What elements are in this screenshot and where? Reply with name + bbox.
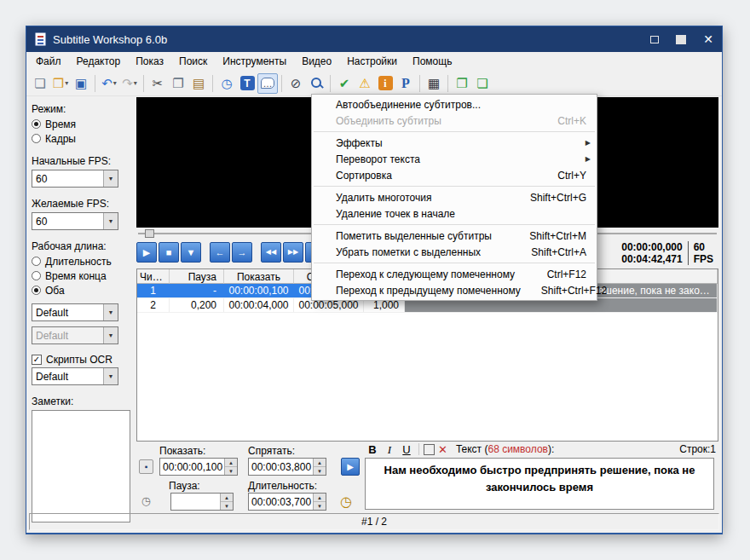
spin-down-icon[interactable]: ▼ [314,502,326,510]
input-fps-combo[interactable]: 60 ▼ [32,170,118,188]
information-errors-button[interactable]: ⚠ [355,73,375,94]
dropdown-arrow-icon[interactable]: ▼ [103,170,118,187]
next-subtitle-button[interactable]: → [232,242,252,263]
translation-off-button[interactable]: ⊘ [286,73,306,94]
pascal-script-button[interactable]: P [395,73,416,94]
menu-item-remove-ellipses[interactable]: Удалить многоточия Shift+Ctrl+G [312,189,597,205]
notes-textarea[interactable] [32,410,130,522]
pause-clock-button[interactable]: ◷ [139,494,153,508]
dropdown-arrow-icon[interactable]: ▼ [103,304,118,320]
menu-item-auto-combine-subtitles[interactable]: Автообъединение субтитров... [312,96,597,113]
spinner-buttons[interactable]: ▲▼ [224,459,237,475]
play-button[interactable]: ▶ [136,242,157,263]
menu-settings[interactable]: Настройки [339,53,405,70]
paste-button[interactable]: ▤ [188,73,209,94]
text-style-button[interactable]: T [237,73,257,94]
save-button[interactable]: ▣ [71,73,91,94]
minimize-button[interactable] [650,36,659,43]
spell-check-button[interactable]: ✔ [334,73,355,94]
end-time-radio[interactable]: Время конца [32,269,136,282]
close-button[interactable]: ✕ [703,33,713,45]
spinner-buttons[interactable]: ▲▼ [220,494,233,510]
undo-button[interactable]: ↶▾ [99,73,119,94]
time-tools-button[interactable]: ◷ [216,73,237,94]
menu-view[interactable]: Показ [128,53,171,70]
output-fps-combo[interactable]: 60 ▼ [32,212,118,230]
menu-item-goto-next-marked[interactable]: Переход к следующему помеченному Ctrl+F1… [312,266,597,282]
video-mode-button[interactable]: ▦ [424,73,444,94]
spin-down-icon[interactable]: ▼ [221,502,233,510]
maximize-button[interactable] [676,35,686,44]
menu-editor[interactable]: Редактор [69,53,129,70]
spin-up-icon[interactable]: ▲ [314,459,326,467]
underline-button[interactable]: U [399,442,414,456]
menu-bar: Файл Редактор Показ Поиск Инструменты Ви… [26,52,722,71]
info-button[interactable]: i [375,73,395,94]
menu-tools[interactable]: Инструменты [215,53,294,70]
menu-search[interactable]: Поиск [171,53,215,70]
col-show[interactable]: Показать [224,269,294,284]
stop-button[interactable]: ■ [159,242,179,263]
mode-time-radio[interactable]: Время [32,118,136,130]
menu-item-effects[interactable]: Эффекты ▶ [312,135,597,151]
cut-button[interactable]: ✂ [147,73,168,94]
scroll-button[interactable]: ▼ [181,242,201,263]
menu-item-sort[interactable]: Сортировка Ctrl+Y [312,167,597,183]
col-pause[interactable]: Пауза [170,269,224,284]
menu-item-combine-subtitles[interactable]: Объединить субтитры Ctrl+K [312,113,597,129]
comments-button[interactable]: … [257,73,278,94]
open-file-button[interactable]: ❒▾ [50,73,71,94]
external-script-button[interactable]: ❏ [472,73,493,94]
spin-up-icon[interactable]: ▲ [221,494,233,502]
duration-spinner[interactable]: 00:00:03,700 ▲▼ [248,493,326,511]
dropdown-arrow-icon[interactable]: ▼ [103,368,118,384]
link-times-button[interactable]: ▪ [139,459,153,474]
spin-up-icon[interactable]: ▲ [314,494,326,502]
spin-up-icon[interactable]: ▲ [225,459,237,467]
menu-video[interactable]: Видео [294,53,339,70]
new-file-button[interactable]: ❏ [30,73,50,94]
menu-item-remove-leading-dots[interactable]: Удаление точек в начале [312,205,597,222]
charset-translation-value: Default [32,330,103,342]
total-time: 00:04:42,471 [621,253,682,265]
menu-file[interactable]: Файл [28,53,69,70]
menu-item-mark-selected[interactable]: Пометить выделенные субтитры Shift+Ctrl+… [312,228,597,244]
rewind-button[interactable]: ◀◀ [261,242,281,263]
ocr-script-combo[interactable]: Default ▼ [32,367,118,385]
ocr-script-button[interactable]: ❐ [452,73,472,94]
duration-radio[interactable]: Длительность [32,255,136,268]
charset-original-combo[interactable]: Default ▼ [32,303,118,321]
mode-frames-radio[interactable]: Кадры [32,132,136,145]
prev-subtitle-button[interactable]: ← [210,242,230,263]
hide-time-spinner[interactable]: 00:00:03,800 ▲▼ [248,458,326,476]
redo-button[interactable]: ↷▾ [119,73,140,94]
menu-item-text-reverse[interactable]: Переворот текста ▶ [312,151,597,167]
pause-spinner[interactable]: ▲▼ [170,493,234,511]
italic-button[interactable]: I [382,442,397,456]
search-button[interactable] [306,73,326,94]
sidebar: Режим: Время Кадры Начальные FPS: 60 ▼ Ж… [32,100,136,509]
spin-down-icon[interactable]: ▼ [314,467,326,475]
seek-to-time-button[interactable]: ▶ [341,458,360,476]
subtitle-text-input[interactable]: Нам необходимо быстро предпринять решени… [365,458,714,510]
both-radio[interactable]: Оба [32,284,136,297]
col-number[interactable]: Число [137,269,170,284]
spin-down-icon[interactable]: ▼ [225,467,237,475]
menu-item-unmark-selected[interactable]: Убрать пометки с выделенных Shift+Ctrl+A [312,244,597,260]
color-palette-button[interactable] [424,444,435,455]
title-bar[interactable]: Subtitle Workshop 6.0b ✕ [26,26,722,52]
menu-item-goto-prev-marked[interactable]: Переход к предыдущему помеченному Shift+… [312,282,597,298]
copy-button[interactable]: ❐ [168,73,188,94]
spinner-buttons[interactable]: ▲▼ [313,494,326,510]
forward-button[interactable]: ▶▶ [283,242,303,263]
show-time-spinner[interactable]: 00:00:00,100 ▲▼ [159,458,238,476]
spinner-buttons[interactable]: ▲▼ [313,459,326,475]
seek-handle[interactable] [145,229,154,238]
ocr-scripts-checkbox[interactable]: ✓ Скрипты OCR [32,353,136,366]
bold-button[interactable]: B [365,442,380,456]
both-option-label: Оба [45,285,65,297]
default-duration-button[interactable]: ◷ [338,493,355,510]
menu-help[interactable]: Помощь [405,53,459,70]
dropdown-arrow-icon[interactable]: ▼ [103,213,118,229]
clear-text-button[interactable]: ✕ [438,443,447,456]
